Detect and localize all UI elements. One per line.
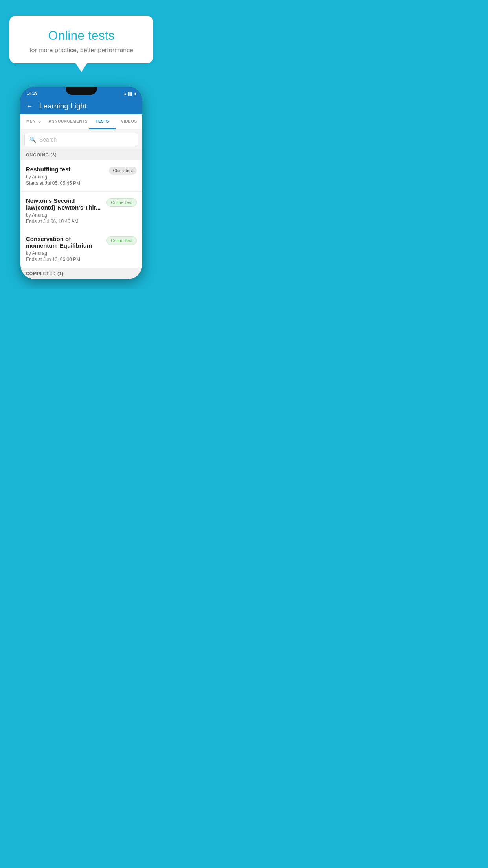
test-name-1: Reshuffling test [26,166,105,173]
test-date-1: Starts at Jul 05, 05:45 PM [26,180,105,186]
battery-icon [134,91,136,96]
speech-bubble: Online tests for more practice, better p… [9,16,153,63]
test-date-3: Ends at Jun 10, 06:00 PM [26,257,103,262]
phone-notch [66,87,97,95]
phone-mockup-container: 14:29 ← Learning Light MENTS ANNOUNCEMEN… [0,67,163,279]
list-item[interactable]: Reshuffling test by Anurag Starts at Jul… [20,160,142,192]
test-by-3: by Anurag [26,250,103,256]
list-item[interactable]: Newton's Second law(contd)-Newton's Thir… [20,192,142,230]
test-badge-3: Online Test [106,236,137,245]
search-bar: 🔍 Search [20,130,142,149]
tab-ments[interactable]: MENTS [20,114,47,129]
wifi-icon [124,91,127,96]
back-button[interactable]: ← [26,102,33,110]
test-date-2: Ends at Jul 06, 10:45 AM [26,219,103,224]
tabs-bar: MENTS ANNOUNCEMENTS TESTS VIDEOS [20,114,142,130]
test-badge-2: Online Test [106,198,137,207]
tab-videos[interactable]: VIDEOS [116,114,142,129]
test-name-3: Conservation of momentum-Equilibrium [26,235,103,249]
search-input-wrapper[interactable]: 🔍 Search [24,133,138,146]
test-info-1: Reshuffling test by Anurag Starts at Jul… [26,166,105,186]
search-icon: 🔍 [29,136,36,143]
tab-tests[interactable]: TESTS [89,114,116,129]
test-info-3: Conservation of momentum-Equilibrium by … [26,235,103,262]
test-by-2: by Anurag [26,212,103,218]
phone-device: 14:29 ← Learning Light MENTS ANNOUNCEMEN… [20,87,142,279]
bubble-area: Online tests for more practice, better p… [0,0,163,67]
test-by-1: by Anurag [26,174,105,180]
app-title: Learning Light [39,102,86,110]
status-time: 14:29 [27,91,38,96]
tab-announcements[interactable]: ANNOUNCEMENTS [47,114,89,129]
test-info-2: Newton's Second law(contd)-Newton's Thir… [26,197,103,224]
completed-section-header: COMPLETED (1) [20,268,142,279]
test-list: Reshuffling test by Anurag Starts at Jul… [20,160,142,268]
status-icons [124,91,136,96]
signal-icon [128,91,133,96]
bubble-title: Online tests [20,28,142,43]
test-badge-1: Class Test [109,167,137,175]
app-bar: ← Learning Light [20,98,142,114]
bubble-subtitle: for more practice, better performance [20,47,142,54]
list-item[interactable]: Conservation of momentum-Equilibrium by … [20,230,142,268]
search-placeholder-text: Search [39,136,57,143]
ongoing-section-header: ONGOING (3) [20,149,142,160]
test-name-2: Newton's Second law(contd)-Newton's Thir… [26,197,103,211]
